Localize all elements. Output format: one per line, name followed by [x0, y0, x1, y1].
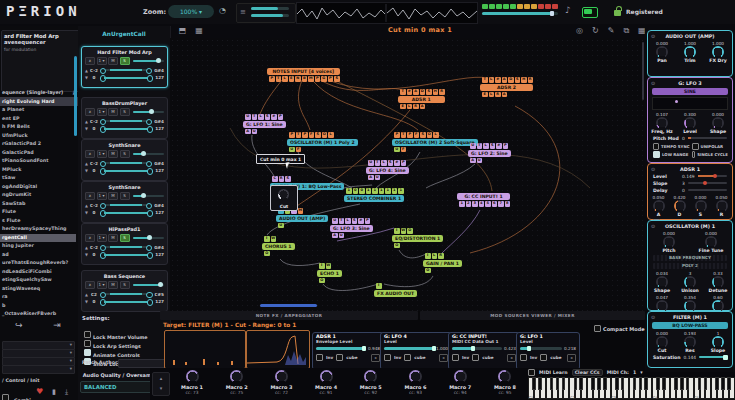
node-port[interactable]: 2: [466, 201, 472, 207]
mod-curve-display[interactable]: [246, 330, 310, 369]
preset-item[interactable]: tSaw: [0, 174, 76, 183]
node-port[interactable]: F: [309, 132, 315, 138]
clear-ccs-button[interactable]: Clear CCs: [572, 369, 603, 376]
vel-range-slider[interactable]: [100, 254, 153, 256]
module-checkbox[interactable]: [692, 143, 699, 150]
node-port[interactable]: U: [368, 160, 374, 166]
grid-icon[interactable]: ▦: [195, 24, 203, 38]
preset-item[interactable]: _OctaveRiserFBverb: [0, 310, 76, 319]
copy-icon[interactable]: ⧉: [623, 24, 629, 38]
layer-volume-slider[interactable]: [133, 284, 164, 287]
adsr-level-slider[interactable]: [698, 175, 727, 177]
preset-item[interactable]: MPluck: [0, 166, 76, 175]
preset-item[interactable]: etingSquelchySaw: [0, 276, 76, 285]
lfo-shape-select[interactable]: SINE: [652, 88, 728, 95]
knob-dial[interactable]: [656, 117, 668, 129]
layer-close-button[interactable]: x: [85, 150, 95, 158]
note-low-value[interactable]: C-2: [90, 203, 98, 208]
node-graph-canvas[interactable]: NOTES INPUT [4 voices]PTLENBMPGPST#ADSHR…: [170, 38, 645, 311]
black-key[interactable]: [644, 377, 648, 390]
node-port[interactable]: T: [375, 160, 381, 166]
node-port[interactable]: R: [439, 89, 445, 95]
black-key[interactable]: [686, 377, 690, 390]
note-high-value[interactable]: G#4: [154, 119, 164, 124]
vel-high-value[interactable]: 127: [155, 75, 164, 80]
preset-item[interactable]: tPianoSoundFont: [0, 157, 76, 166]
note-range-slider[interactable]: [100, 246, 152, 248]
node-port[interactable]: O: [394, 243, 400, 249]
floating-cut-knob-panel[interactable]: Cut: [270, 185, 298, 211]
node-port[interactable]: O: [319, 278, 325, 284]
mod-source-panel[interactable]: G: CC INPUT!MIDI CC Data Out 10.423Invcu…: [448, 332, 520, 370]
node-port[interactable]: I: [319, 263, 325, 269]
node-port[interactable]: O: [425, 268, 431, 274]
node-port[interactable]: A: [502, 92, 508, 98]
macro-knob-3[interactable]: Macro 3cc: 72: [261, 370, 301, 395]
vel-range-slider[interactable]: [100, 77, 153, 79]
random-preset-icon[interactable]: ↪: [15, 320, 23, 330]
node-port[interactable]: U: [375, 175, 381, 181]
node-port[interactable]: U: [252, 129, 258, 135]
node-port[interactable]: B: [302, 76, 308, 82]
black-key[interactable]: [721, 377, 725, 390]
node-label[interactable]: STEREO COMBINER 1: [344, 195, 404, 202]
node-port[interactable]: L: [345, 218, 351, 224]
node-label[interactable]: EQ/DISTORTION 1: [392, 235, 443, 242]
node-port[interactable]: A: [502, 77, 508, 83]
node-port[interactable]: U: [470, 143, 476, 149]
node-port[interactable]: A: [413, 89, 419, 95]
pitch-mod-slider[interactable]: [688, 137, 727, 139]
layer-card[interactable]: BassDrumPlayerx1 ▾MS▲C-2G#4▼0127: [81, 97, 168, 139]
node-port[interactable]: S: [515, 77, 521, 83]
node-port[interactable]: E: [289, 76, 295, 82]
node-port[interactable]: #: [358, 218, 364, 224]
node-port[interactable]: O: [407, 228, 413, 234]
node-port[interactable]: U: [245, 114, 251, 120]
node-port[interactable]: I: [394, 228, 400, 234]
poly-mode-bar[interactable]: POLY 2: [653, 263, 727, 269]
layer-volume-slider[interactable]: [133, 111, 164, 114]
layer-mute-button[interactable]: M: [108, 57, 118, 65]
node-port[interactable]: L: [258, 114, 264, 120]
knob-dial[interactable]: [712, 46, 724, 58]
adsr2-node[interactable]: TL#ADSHRADSR 2ELRA: [480, 76, 533, 98]
adsr-delay-slider[interactable]: [688, 189, 727, 191]
vel-low-value[interactable]: 0: [90, 168, 98, 173]
black-key[interactable]: [615, 377, 619, 390]
glfo2-node[interactable]: UTLS#PG: LFO 2: SineAU: [468, 142, 511, 164]
power-icon[interactable]: ⊙: [651, 166, 655, 172]
node-port[interactable]: T: [252, 114, 258, 120]
knob-dial[interactable]: [716, 200, 728, 212]
node-port[interactable]: L: [432, 253, 438, 259]
piano-keyboard[interactable]: C1C2C3C4C5: [528, 377, 735, 400]
osc1-node[interactable]: PTPFSOLOSCILLATOR (M) 1 Poly 2UF: [287, 131, 358, 153]
master-volume-slider[interactable]: [482, 12, 558, 15]
node-port[interactable]: I: [264, 236, 270, 242]
macro-dial[interactable]: [320, 370, 333, 383]
node-port[interactable]: L: [282, 76, 288, 82]
node-port[interactable]: L: [328, 132, 334, 138]
vel-high-value[interactable]: 127: [155, 299, 164, 304]
node-port[interactable]: P: [302, 132, 308, 138]
mod-amount-slider[interactable]: [520, 347, 562, 350]
base-frequency-bar[interactable]: BASE FREQUENCY: [653, 255, 727, 261]
layer-voices-select[interactable]: 1 ▾: [97, 192, 107, 200]
knob-dial[interactable]: [653, 200, 665, 212]
fx-audio-out-node[interactable]: IFX AUDIO OUT: [374, 282, 417, 297]
black-key[interactable]: [639, 377, 643, 390]
node-label[interactable]: FX AUDIO OUT: [374, 290, 417, 297]
node-port[interactable]: P: [503, 143, 509, 149]
layer-volume-slider[interactable]: [133, 153, 164, 156]
layer-close-button[interactable]: x: [85, 108, 95, 116]
black-key[interactable]: [556, 377, 560, 390]
vel-low-value[interactable]: 0: [90, 126, 98, 131]
layer-mute-button[interactable]: M: [108, 234, 118, 242]
node-port[interactable]: 1: [385, 188, 391, 194]
vel-low-value[interactable]: 0: [90, 75, 98, 80]
layer-card[interactable]: HiPassPad1x1 ▾MS▲C-2G#4▼0127: [81, 223, 168, 265]
node-port[interactable]: 1: [366, 188, 372, 194]
layer-close-button[interactable]: x: [85, 192, 95, 200]
remove-mod-button[interactable]: x: [439, 354, 448, 362]
export-preset-icon[interactable]: ⇥: [53, 320, 61, 330]
preset-item[interactable]: ad: [0, 251, 76, 260]
